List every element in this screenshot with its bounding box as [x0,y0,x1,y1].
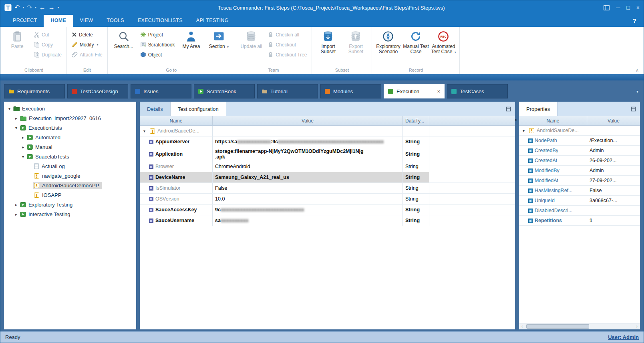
config-row-androidsaucede[interactable]: ▾AndroidSauceDe... [140,126,515,136]
property-row-hasmissingref[interactable]: HasMissingRef...False [519,186,640,196]
ribbon-manual-test-case-button[interactable]: Manual Test Case [402,28,429,55]
config-row-appiumserver[interactable]: AppiumServerhttps://saxxxxxxxxxxxx:9cxxx… [140,136,515,147]
menu-tab-home[interactable]: HOME [44,15,73,27]
help-button[interactable]: ? [633,15,644,27]
config-col-name[interactable]: Name [140,116,213,125]
tree-item-execution[interactable]: ▾Execution [4,104,136,113]
panel-tab-properties[interactable]: Properties [519,102,557,116]
ribbon-copy-button[interactable]: Copy [32,40,64,50]
menu-tab-view[interactable]: VIEW [73,15,100,27]
properties-col-name[interactable]: Name [519,116,587,125]
ribbon-checkout-tree-button[interactable]: Checkout Tree [266,50,309,60]
perspective-tab-requirements[interactable]: Requirements [4,84,65,98]
properties-col-value[interactable]: Value [587,116,640,125]
maximize-button[interactable]: □ [626,4,630,11]
expand-node-icon[interactable]: ▸ [20,135,26,140]
redo-dropdown-icon[interactable]: ▾ [35,6,36,9]
config-row-issimulator[interactable]: IsSimulatorFalseString [140,183,515,194]
tree-item-actuallog[interactable]: ActualLog [4,161,136,171]
ribbon-attach-file-button[interactable]: Attach File [70,50,105,60]
property-row-createdby[interactable]: CreatedByAdmin [519,146,640,156]
minimize-button[interactable]: ─ [616,4,620,11]
ribbon-paste-button[interactable]: Paste [4,28,30,49]
layout-panels-icon[interactable] [604,5,610,10]
config-row-sauceusername[interactable]: SauceUsernamesaxxxxxxxxxxString [140,215,515,226]
collapse-node-icon[interactable]: ▾ [521,128,527,133]
properties-hscrollbar[interactable]: ‹ › [519,323,640,329]
splitter-arrow-icon[interactable]: ▸ [515,118,517,122]
collapse-node-icon[interactable]: ▾ [13,126,19,130]
property-row-repetitions[interactable]: Repetitions1 [519,216,640,226]
panel-tab-details[interactable]: Details [140,102,171,116]
menu-tab-tools[interactable]: TOOLS [100,15,131,27]
config-col-datatype[interactable]: DataTy... [403,116,429,125]
undo-dropdown-icon[interactable]: ▾ [22,6,24,9]
close-tab-icon[interactable]: × [437,88,440,94]
property-row-disableddescri[interactable]: DisabledDescri... [519,206,640,216]
scrollbar-thumb[interactable] [526,324,589,329]
config-row-osversion[interactable]: OSVersion10.0String [140,194,515,205]
menu-tab-project[interactable]: PROJECT [6,15,44,27]
ribbon-automated-test-case-button[interactable]: RECAutomated Test Case ▾ [430,28,457,55]
ribbon-search-button[interactable]: Search... [111,28,137,49]
ribbon-checkin-all-button[interactable]: Checkin all [266,30,309,40]
config-row-browser[interactable]: BrowserChromeAndroidString [140,161,515,172]
perspective-tab-issues[interactable]: Issues [131,84,191,98]
ribbon-modify-button[interactable]: Modify▾ [70,40,105,50]
property-row-createdat[interactable]: CreatedAt26-09-202... [519,156,640,166]
ribbon-section-button[interactable]: Section ▾ [205,28,232,49]
ribbon-scratchbook-button[interactable]: Scratchbook [138,40,177,50]
expand-node-icon[interactable]: ▸ [13,116,19,120]
perspective-overflow-button[interactable]: ▾ [636,89,640,94]
ribbon-checkout-button[interactable]: Checkout [266,40,309,50]
perspective-tab-execution[interactable]: Execution× [384,84,445,98]
panel-splitter[interactable]: ▸ [515,102,519,329]
pin-properties-panel-icon[interactable] [627,102,640,116]
property-row-androidsaucede[interactable]: ▾AndroidSauceDe... [519,126,640,136]
tree-item-interactive-testing[interactable]: ▸Interactive Testing [4,209,136,219]
expand-node-icon[interactable]: ▸ [13,212,19,217]
tree-item-execution-import220927-0616[interactable]: ▸Execution_import220927_0616 [4,113,136,123]
perspective-tab-modules[interactable]: Modules [320,84,381,98]
tree-item-manual[interactable]: ▸Manual [4,142,136,152]
tree-item-iosapp[interactable]: IOSAPP [4,190,136,200]
config-col-value[interactable]: Value [213,116,403,125]
ribbon-project-button[interactable]: Project [138,30,177,40]
collapse-ribbon-button[interactable]: ∧ [636,68,639,73]
ribbon-cut-button[interactable]: Cut [32,30,64,40]
perspective-tab-testcasedesign[interactable]: TestCaseDesign [67,84,128,98]
tree-item-navigate-google[interactable]: navigate_google [4,171,136,181]
config-row-devicename[interactable]: DeviceNameSamsung_Galaxy_A21_real_usStri… [140,172,515,183]
ribbon-duplicate-button[interactable]: Duplicate [32,50,64,60]
ribbon-object-button[interactable]: Object [138,50,177,60]
redo-button[interactable]: ↷ [27,4,32,11]
ribbon-my-area-button[interactable]: My Area [178,28,204,49]
perspective-tab-tutorial[interactable]: Tutorial [257,84,318,98]
collapse-node-icon[interactable]: ▾ [141,129,147,133]
back-button[interactable]: ← [39,4,46,11]
property-row-uniqueid[interactable]: UniqueId3a068c67-... [519,196,640,206]
property-row-modifiedby[interactable]: ModifiedByAdmin [519,166,640,176]
menu-tab-executionlists[interactable]: EXECUTIONLISTS [131,15,189,27]
forward-button[interactable]: → [48,4,55,11]
collapse-node-icon[interactable]: ▾ [20,154,26,159]
scroll-right-icon[interactable]: › [634,324,640,329]
tree-item-exploratory-testing[interactable]: ▸Exploratory Testing [4,200,136,209]
tree-item-automated[interactable]: ▸Automated [4,132,136,142]
ribbon-exploratory-scenario-button[interactable]: Exploratory Scenario [375,28,401,55]
panel-tab-test-configuration[interactable]: Test configuration [171,102,226,116]
user-link[interactable]: User: Admin [608,334,639,340]
config-row-application[interactable]: Applicationstorage:filename=app-NjMyY2Qw… [140,147,515,161]
property-row-modifiedat[interactable]: ModifiedAt27-09-202... [519,176,640,186]
menu-tab-api-testing[interactable]: API TESTING [189,15,235,27]
expand-node-icon[interactable]: ▸ [13,203,19,207]
perspective-tab-testcases[interactable]: TestCases [447,84,508,98]
undo-button[interactable]: ↶ [14,4,20,11]
expand-node-icon[interactable]: ▸ [20,145,26,149]
ribbon-import-subset-button[interactable]: Import Subset [315,28,341,55]
property-row-nodepath[interactable]: NodePath/Execution... [519,136,640,146]
pin-center-panel-icon[interactable] [502,102,515,116]
scroll-left-icon[interactable]: ‹ [519,324,525,329]
close-button[interactable]: × [636,4,640,11]
collapse-node-icon[interactable]: ▾ [6,106,12,111]
